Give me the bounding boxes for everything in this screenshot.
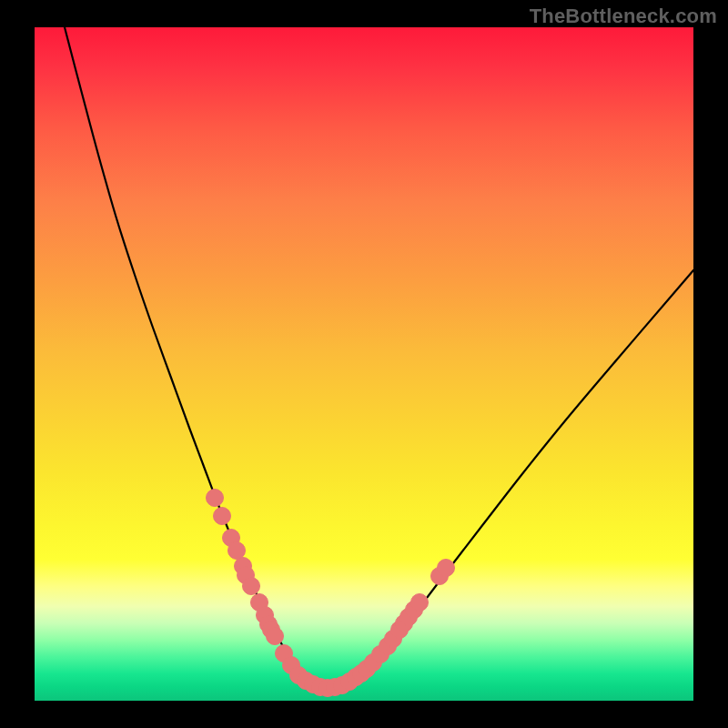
plot-area xyxy=(35,27,693,701)
watermark-text: TheBottleneck.com xyxy=(530,5,717,28)
data-marker xyxy=(214,508,231,525)
data-marker xyxy=(411,594,429,612)
chart-frame: TheBottleneck.com xyxy=(0,0,728,728)
chart-svg xyxy=(35,27,693,701)
data-marker xyxy=(207,490,224,507)
data-marker xyxy=(438,560,455,577)
bottleneck-curve xyxy=(65,27,693,687)
data-marker xyxy=(228,542,246,560)
data-marker xyxy=(267,628,284,645)
marker-group xyxy=(207,490,455,697)
data-marker xyxy=(243,578,260,595)
